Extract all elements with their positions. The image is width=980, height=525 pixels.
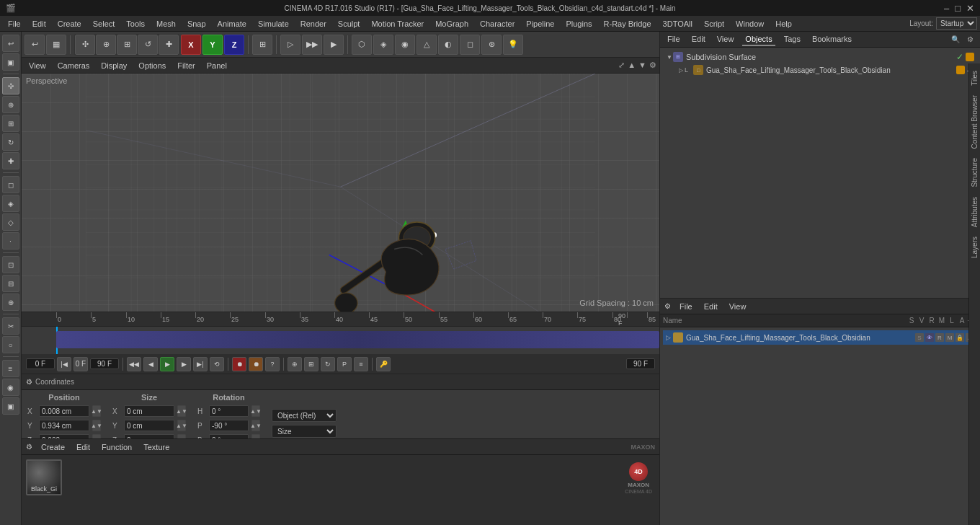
filter-button[interactable]: ▣ [2,397,19,415]
transport-next-end-button[interactable]: ▶| [193,357,208,371]
timeline-ruler[interactable]: 0 5 10 15 20 25 30 35 40 45 50 55 60 65 [22,312,659,327]
render3-button[interactable]: ▶ [324,35,344,55]
end-frame-input[interactable] [90,358,119,369]
tree-item-mesh[interactable]: ▷ L □ Gua_Sha_Face_Lifting_Massager_Tool… [663,63,977,76]
render-button[interactable]: ▷ [280,35,300,55]
undo-top-button[interactable]: ↩ [24,35,45,55]
maximize-button[interactable]: □ [955,3,961,14]
menu-edit[interactable]: Edit [27,18,51,30]
menu-3dtoall[interactable]: 3DTOAll [658,18,698,30]
move-tool-button[interactable]: ⊕ [2,96,19,113]
layer-lock-icon[interactable]: 🔒 [956,333,964,342]
viewport[interactable]: Perspective [22,74,659,312]
vp-up-icon[interactable]: ▲ [628,61,636,70]
vp-down-icon[interactable]: ▼ [638,61,646,70]
object-mode-button[interactable]: ◻ [2,176,19,193]
right-tab-tiles[interactable]: Tiles [969,66,980,90]
vp-filter-btn[interactable]: Filter [173,61,199,71]
select-scale-button[interactable]: ⊞ [117,35,137,55]
transport-prev1-button[interactable]: ◀ [143,357,158,371]
point-mode-button[interactable]: · [2,232,19,250]
tree-item-subdivision[interactable]: ▼ ⊞ Subdivision Surface ✓ [663,50,977,63]
menu-pipeline[interactable]: Pipeline [521,18,559,30]
mat-function-tab[interactable]: Function [99,441,135,453]
layer-button[interactable]: ≡ [2,360,19,377]
pos-y-arrow[interactable]: ▲▼ [92,420,101,431]
select-move-button[interactable]: ⊕ [96,35,116,55]
transport-scale-key[interactable]: ⊞ [304,357,318,371]
z-axis-button[interactable]: Z [224,35,244,55]
timeline-bar[interactable] [56,331,659,348]
transport-record2-button[interactable]: ⏺ [249,357,263,371]
undo-button[interactable]: ↩ [2,35,19,52]
render-region-button[interactable]: ▦ [46,35,66,55]
vp-cameras-btn[interactable]: Cameras [53,61,94,71]
transport-left-field-btn[interactable] [74,357,88,371]
size-mode-select[interactable]: Size Scale [272,425,337,438]
obj-check-icon[interactable]: ✓ [956,52,963,62]
light-button[interactable]: 💡 [503,35,523,55]
perspective-button[interactable]: ◈ [373,35,393,55]
objects-tags-tab[interactable]: Tags [781,33,803,46]
vp-expand-icon[interactable]: ⤢ [618,61,625,70]
titlebar-controls[interactable]: – □ ✕ [944,3,974,14]
menu-mesh[interactable]: Mesh [151,18,181,30]
right-tab-structure[interactable]: Structure [969,154,980,192]
vp-options-btn[interactable]: Options [134,61,170,71]
layer-r-icon[interactable]: R [935,333,944,342]
right-tab-layers[interactable]: Layers [969,232,980,262]
select-all-button[interactable]: ✚ [159,35,179,55]
rot-h-input[interactable] [209,405,249,417]
layout-select[interactable]: Startup [936,17,977,30]
transport-rotate-key[interactable]: ↻ [321,357,335,371]
objects-file-tab[interactable]: File [664,33,683,46]
objects-edit-tab[interactable]: Edit [689,33,708,46]
menu-rray[interactable]: R-Ray Bridge [599,18,656,30]
menu-tools[interactable]: Tools [121,18,150,30]
polygon-mode-button[interactable]: ◈ [2,195,19,212]
transport-prev-button[interactable]: ◀◀ [127,357,141,371]
material-button[interactable]: ◉ [2,379,19,396]
transform-button[interactable]: ✚ [2,152,19,169]
rot-p-input[interactable] [209,420,249,431]
transport-record-button[interactable]: ⏺ [232,357,246,371]
menu-character[interactable]: Character [475,18,520,30]
snap-button[interactable]: ⊡ [2,256,19,273]
mat-texture-tab[interactable]: Texture [141,441,172,453]
objects-view-tab[interactable]: View [714,33,737,46]
vp-view-btn[interactable]: View [24,61,50,71]
objects-search-icon[interactable]: 🔍 [950,34,961,45]
menu-mograph[interactable]: MoGraph [430,18,473,30]
attr-file-tab[interactable]: File [677,301,695,312]
current-frame-input[interactable] [26,358,55,369]
rotate-tool-button[interactable]: ↻ [2,133,19,151]
rot-h-arrow[interactable]: ▲▼ [251,405,260,417]
mat-edit-tab[interactable]: Edit [74,441,93,453]
menu-file[interactable]: File [3,18,26,30]
layer-item-mesh[interactable]: ▷ Gua_Sha_Face_Lifting_Massager_Tools_Bl… [663,330,977,345]
menu-plugins[interactable]: Plugins [561,18,597,30]
timeline-content[interactable] [22,327,659,354]
menu-create[interactable]: Create [53,18,86,30]
workplane-button[interactable]: ⊟ [2,275,19,292]
transport-keyall[interactable]: ≡ [354,357,368,371]
size-y-arrow[interactable]: ▲▼ [177,420,186,431]
edge-mode-button[interactable]: ◇ [2,213,19,231]
transport-next1-button[interactable]: ▶ [177,357,191,371]
brush-button[interactable]: ○ [2,336,19,353]
attr-edit-tab[interactable]: Edit [701,301,721,312]
attr-view-tab[interactable]: View [726,301,749,312]
vp-display-btn[interactable]: Display [97,61,131,71]
axis-button[interactable]: ⊕ [2,294,19,311]
transport-autokey[interactable]: 🔑 [376,357,391,371]
select-tool-button[interactable]: ✣ [2,77,19,94]
shading-button[interactable]: ◐ [438,35,458,55]
transport-move-key[interactable]: ⊕ [288,357,302,371]
render-preview-button[interactable]: ▣ [2,53,19,71]
select-rotate-button[interactable]: ↺ [138,35,158,55]
menu-select[interactable]: Select [88,18,120,30]
menu-sculpt[interactable]: Sculpt [333,18,365,30]
size-x-input[interactable] [124,405,174,417]
menu-script[interactable]: Script [699,18,729,30]
world-space-button[interactable]: ⊞ [252,35,272,55]
